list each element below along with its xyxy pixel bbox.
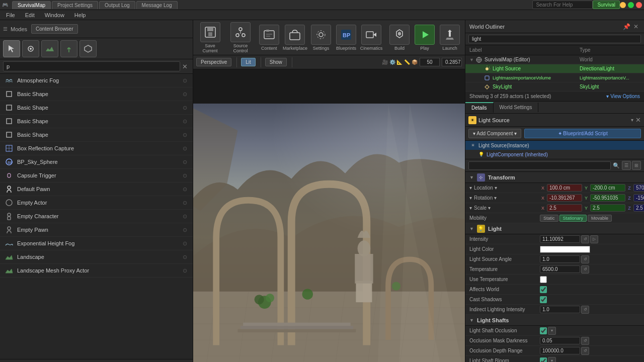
shaft-occlusion-btn[interactable]: ▾ <box>548 327 556 335</box>
launch-button[interactable]: Launch <box>439 25 461 51</box>
content-button[interactable]: Content <box>258 25 280 51</box>
scale-y-input[interactable] <box>590 204 625 212</box>
scale-arrow[interactable]: ▾ <box>469 205 472 211</box>
build-button[interactable]: Build <box>388 25 411 51</box>
rotation-arrow[interactable]: ▾ <box>469 195 472 201</box>
actor-item[interactable]: Box Reflection Capture ⊙ <box>0 142 193 155</box>
source-control-button[interactable]: Source Control <box>226 22 255 53</box>
rotation-y-input[interactable] <box>590 194 625 202</box>
actor-item[interactable]: Basic Shape ⊙ <box>0 87 193 101</box>
viewport-lit-button[interactable]: Lit <box>241 58 256 66</box>
outliner-item[interactable]: ▼ SurvivalMap (Editor) World <box>465 55 644 64</box>
content-browser-button[interactable]: Content Browser <box>31 24 77 34</box>
temperature-input[interactable] <box>540 265 580 273</box>
foliage-tool[interactable] <box>60 40 77 57</box>
location-x-input[interactable] <box>547 184 582 192</box>
play-button[interactable]: Play <box>414 25 436 51</box>
actor-item[interactable]: Landscape Mesh Proxy Actor ⊙ <box>0 264 193 278</box>
outliner-item[interactable]: LightmassImportanceVolume LightmassImpor… <box>465 73 644 82</box>
actors-search-input[interactable] <box>3 61 180 71</box>
add-component-button[interactable]: ▾ Add Component ▾ <box>468 129 521 138</box>
occlusion-depth-reset-button[interactable]: ↺ <box>581 347 589 355</box>
actor-item[interactable]: Default Pawn ⊙ <box>0 183 193 196</box>
indirect-lighting-reset-button[interactable]: ↺ <box>581 306 589 314</box>
actor-item[interactable]: Landscape ⊙ <box>0 250 193 264</box>
landscape-tool[interactable] <box>41 40 58 57</box>
menu-window[interactable]: Window <box>43 11 66 19</box>
grid-view-button[interactable]: ⊞ <box>632 161 641 170</box>
outliner-search-input[interactable] <box>468 35 641 43</box>
actor-item[interactable]: Empty Actor ⊙ <box>0 196 193 210</box>
source-angle-input[interactable] <box>540 255 580 263</box>
occlusion-mask-input[interactable] <box>540 337 580 344</box>
paint-tool[interactable] <box>22 40 39 57</box>
outliner-pin-button[interactable]: 📌 <box>621 23 632 30</box>
maximize-button[interactable] <box>628 2 634 8</box>
intensity-input[interactable] <box>540 235 580 243</box>
actor-item[interactable]: Basic Shape ⊙ <box>0 101 193 115</box>
viewport-3d-content[interactable]: Lit SurvivalMap (Persistent) <box>193 104 465 362</box>
cinematics-button[interactable]: Cinematics <box>360 25 382 51</box>
outliner-item-light-source[interactable]: Light Source DirectionalLight <box>465 64 644 73</box>
blueprints-button[interactable]: BP Blueprints <box>335 25 357 51</box>
movable-mobility-button[interactable]: Movable <box>588 215 612 222</box>
titlebar-tab-1[interactable]: SurvivalMap <box>12 1 51 9</box>
select-tool[interactable] <box>3 40 20 57</box>
actor-item[interactable]: BP BP_Sky_Sphere ⊙ <box>0 155 193 169</box>
marketplace-button[interactable]: Marketplace <box>283 25 307 51</box>
list-view-button[interactable]: ☰ <box>622 161 631 170</box>
search-clear-button[interactable]: ✕ <box>180 63 190 70</box>
stationary-mobility-button[interactable]: Stationary <box>559 215 587 222</box>
indirect-lighting-input[interactable] <box>540 306 580 313</box>
source-angle-reset-button[interactable]: ↺ <box>581 255 589 263</box>
component-item-instance[interactable]: ☀ Light Source(Instance) <box>465 141 644 150</box>
details-tab[interactable]: Details <box>465 102 494 113</box>
actor-dropdown-button[interactable]: ▾ <box>631 117 633 123</box>
menu-file[interactable]: File <box>4 11 17 19</box>
titlebar-tab-3[interactable]: Output Log <box>99 1 135 9</box>
actor-item[interactable]: Basic Shape ⊙ <box>0 115 193 128</box>
close-button[interactable] <box>636 2 642 8</box>
geometry-tool[interactable] <box>79 40 97 57</box>
location-y-input[interactable] <box>590 184 625 192</box>
rotation-x-input[interactable] <box>547 194 582 202</box>
actor-item[interactable]: Empty Pawn ⊙ <box>0 223 193 237</box>
shaft-bloom-btn[interactable]: ▾ <box>548 357 556 363</box>
location-arrow[interactable]: ▾ <box>469 185 472 191</box>
occlusion-mask-reset-button[interactable]: ↺ <box>581 337 589 345</box>
actor-item[interactable]: Basic Shape ⊙ <box>0 128 193 142</box>
outliner-item[interactable]: SkyLight SkyLight <box>465 82 644 92</box>
actor-item[interactable]: Atmospheric Fog ⊙ <box>0 74 193 87</box>
actor-item[interactable]: Capsule Trigger ⊙ <box>0 169 193 183</box>
view-options-button[interactable]: ▾ View Options <box>606 94 640 99</box>
scale-x-input[interactable] <box>547 204 582 212</box>
shaft-occlusion-checkbox[interactable] <box>540 327 547 334</box>
menu-edit[interactable]: Edit <box>23 11 37 19</box>
actor-clear-button[interactable]: ✕ <box>635 116 641 124</box>
blueprint-add-script-button[interactable]: ✦ Blueprint/Add Script <box>524 129 641 138</box>
help-search-input[interactable] <box>532 1 593 9</box>
scale-z-input[interactable] <box>633 204 644 212</box>
titlebar-tab-4[interactable]: Message Log <box>136 1 178 9</box>
affects-world-checkbox[interactable] <box>540 286 547 293</box>
use-temperature-checkbox[interactable] <box>540 276 547 283</box>
intensity-reset-button[interactable]: ↺ <box>581 235 589 243</box>
save-current-button[interactable]: Save Current <box>197 22 223 53</box>
light-section-header[interactable]: ▼ 💡 Light <box>465 223 644 234</box>
transform-section-header[interactable]: ▼ ⊹ Transform <box>465 172 644 183</box>
outliner-close-button[interactable]: ✕ <box>632 23 640 30</box>
viewport-show-button[interactable]: Show <box>265 58 287 66</box>
menu-help[interactable]: Help <box>72 11 88 19</box>
actor-item[interactable]: Empty Character ⊙ <box>0 210 193 223</box>
light-color-swatch[interactable] <box>540 246 590 253</box>
details-search-input[interactable] <box>468 161 611 170</box>
intensity-anim-button[interactable]: ▷ <box>590 235 598 243</box>
settings-button[interactable]: Settings <box>310 25 332 51</box>
shaft-bloom-checkbox[interactable] <box>540 357 547 363</box>
minimize-button[interactable] <box>620 2 626 8</box>
light-shafts-section-header[interactable]: ▼ Light Shafts <box>465 315 644 326</box>
cast-shadows-checkbox[interactable] <box>540 296 547 303</box>
occlusion-depth-input[interactable] <box>540 347 580 354</box>
viewport-perspective-button[interactable]: Perspective <box>196 58 231 66</box>
component-item-inherited[interactable]: 💡 LightComponent (Inherited) <box>465 150 644 159</box>
